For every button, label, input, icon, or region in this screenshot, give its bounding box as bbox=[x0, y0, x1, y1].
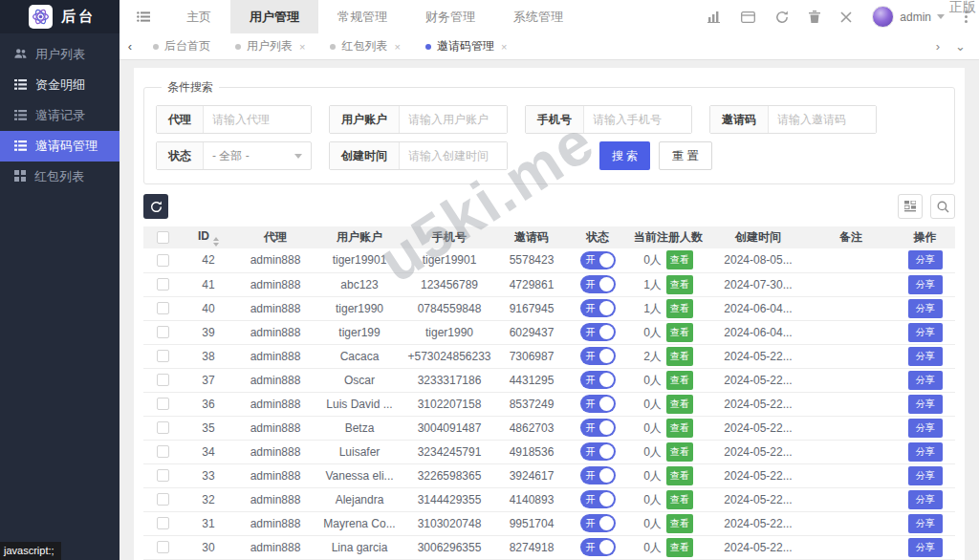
status-toggle[interactable]: 开 bbox=[580, 490, 616, 508]
agent-input[interactable] bbox=[204, 106, 311, 133]
share-button[interactable]: 分享 bbox=[908, 347, 943, 366]
user-menu[interactable]: admin bbox=[872, 6, 945, 28]
status-toggle[interactable]: 开 bbox=[580, 442, 616, 461]
tab-home[interactable]: 后台首页 bbox=[141, 33, 223, 59]
created-time-input[interactable] bbox=[400, 142, 507, 169]
view-registered-button[interactable]: 查看 bbox=[666, 347, 693, 366]
tabs-menu-icon[interactable]: ⌄ bbox=[955, 39, 966, 54]
status-toggle[interactable]: 开 bbox=[580, 251, 616, 269]
view-registered-button[interactable]: 查看 bbox=[666, 250, 693, 269]
cell-registered: 0人查看 bbox=[627, 511, 709, 535]
share-button[interactable]: 分享 bbox=[908, 371, 943, 390]
sidebar-collapse-icon[interactable] bbox=[120, 11, 167, 22]
sidebar-item-fund-detail[interactable]: 资金明细 bbox=[0, 70, 120, 100]
refresh-table-button[interactable] bbox=[143, 194, 168, 219]
view-registered-button[interactable]: 查看 bbox=[666, 323, 693, 342]
cell-created: 2024-06-04... bbox=[709, 296, 807, 320]
row-checkbox[interactable] bbox=[157, 493, 169, 506]
share-button[interactable]: 分享 bbox=[908, 490, 943, 509]
row-checkbox[interactable] bbox=[157, 517, 169, 529]
sidebar-item-user-list[interactable]: 用户列表 bbox=[0, 39, 120, 70]
view-registered-button[interactable]: 查看 bbox=[666, 299, 693, 318]
row-checkbox[interactable] bbox=[157, 278, 169, 291]
view-registered-button[interactable]: 查看 bbox=[666, 395, 693, 414]
share-button[interactable]: 分享 bbox=[908, 419, 943, 438]
phone-input[interactable] bbox=[584, 106, 691, 133]
nav-finance-management[interactable]: 财务管理 bbox=[406, 0, 494, 33]
status-toggle[interactable]: 开 bbox=[580, 538, 616, 556]
tab-close-icon[interactable]: × bbox=[299, 41, 305, 53]
row-checkbox[interactable] bbox=[157, 374, 169, 386]
card-icon[interactable] bbox=[741, 11, 755, 23]
status-toggle[interactable]: 开 bbox=[580, 514, 616, 532]
row-checkbox[interactable] bbox=[157, 254, 169, 267]
row-checkbox[interactable] bbox=[157, 302, 169, 314]
view-registered-button[interactable]: 查看 bbox=[666, 419, 693, 438]
status-select[interactable]: - 全部 - bbox=[204, 142, 311, 169]
tab-redpacket-list[interactable]: 红包列表 × bbox=[317, 33, 412, 59]
trash-icon[interactable] bbox=[809, 11, 820, 23]
row-checkbox[interactable] bbox=[157, 421, 169, 434]
columns-icon[interactable] bbox=[898, 194, 923, 219]
share-button[interactable]: 分享 bbox=[908, 514, 943, 533]
search-icon[interactable] bbox=[930, 194, 955, 219]
status-toggle[interactable]: 开 bbox=[580, 347, 616, 365]
share-button[interactable]: 分享 bbox=[908, 395, 943, 414]
refresh-icon[interactable] bbox=[775, 11, 789, 24]
status-toggle[interactable]: 开 bbox=[580, 419, 616, 437]
status-toggle[interactable]: 开 bbox=[580, 323, 616, 341]
view-registered-button[interactable]: 查看 bbox=[666, 466, 693, 485]
sort-icon[interactable] bbox=[213, 237, 219, 247]
share-button[interactable]: 分享 bbox=[908, 466, 943, 485]
status-toggle[interactable]: 开 bbox=[580, 395, 616, 413]
search-button[interactable]: 搜 索 bbox=[599, 141, 650, 170]
row-checkbox[interactable] bbox=[157, 398, 169, 410]
row-checkbox[interactable] bbox=[157, 326, 169, 338]
view-registered-button[interactable]: 查看 bbox=[666, 371, 693, 390]
share-button[interactable]: 分享 bbox=[908, 538, 943, 557]
nav-system-management[interactable]: 系统管理 bbox=[494, 0, 582, 33]
row-checkbox[interactable] bbox=[157, 469, 169, 482]
row-checkbox[interactable] bbox=[157, 350, 169, 362]
view-registered-button[interactable]: 查看 bbox=[666, 442, 693, 462]
row-checkbox[interactable] bbox=[157, 541, 169, 553]
view-registered-button[interactable]: 查看 bbox=[666, 514, 693, 533]
chart-icon[interactable] bbox=[707, 11, 721, 23]
tabs-scroll-right-icon[interactable]: › bbox=[936, 39, 940, 54]
account-input[interactable] bbox=[400, 106, 507, 133]
tabs-scroll-left-icon[interactable]: ‹ bbox=[120, 39, 141, 54]
view-registered-button[interactable]: 查看 bbox=[666, 490, 693, 509]
sidebar-item-invite-records[interactable]: 邀请记录 bbox=[0, 100, 120, 131]
reset-button[interactable]: 重 置 bbox=[659, 141, 711, 170]
share-button[interactable]: 分享 bbox=[908, 250, 943, 269]
view-registered-button[interactable]: 查看 bbox=[666, 538, 693, 557]
share-button[interactable]: 分享 bbox=[908, 323, 943, 342]
status-toggle[interactable]: 开 bbox=[580, 299, 616, 317]
tab-user-list[interactable]: 用户列表 × bbox=[223, 33, 317, 59]
fullscreen-icon[interactable] bbox=[840, 11, 852, 23]
table-row: 31admin888Mayrena Co...31030207489951704… bbox=[143, 511, 955, 535]
sidebar-nav: 用户列表 资金明细 邀请记录 邀请码管理 bbox=[0, 33, 120, 192]
sidebar-item-redpacket-list[interactable]: 红包列表 bbox=[0, 162, 120, 192]
agent-field-group: 代理 bbox=[156, 105, 312, 134]
nav-general-management[interactable]: 常规管理 bbox=[318, 0, 406, 33]
view-registered-button[interactable]: 查看 bbox=[666, 275, 693, 294]
tab-close-icon[interactable]: × bbox=[501, 41, 507, 53]
share-button[interactable]: 分享 bbox=[908, 299, 943, 318]
share-button[interactable]: 分享 bbox=[908, 275, 943, 294]
sidebar-item-invite-codes[interactable]: 邀请码管理 bbox=[0, 131, 120, 162]
chevron-down-icon bbox=[937, 14, 945, 19]
code-input[interactable] bbox=[769, 106, 876, 133]
tab-close-icon[interactable]: × bbox=[394, 41, 400, 53]
share-button[interactable]: 分享 bbox=[908, 442, 943, 462]
nav-user-management[interactable]: 用户管理 bbox=[230, 0, 318, 33]
select-all-checkbox[interactable] bbox=[157, 231, 169, 244]
toggle-knob bbox=[599, 420, 614, 435]
tab-invite-codes[interactable]: 邀请码管理 × bbox=[413, 33, 519, 59]
status-toggle[interactable]: 开 bbox=[580, 466, 616, 485]
status-toggle[interactable]: 开 bbox=[580, 275, 616, 293]
status-bar-link-hint: javascript:; bbox=[0, 542, 61, 560]
nav-home[interactable]: 主页 bbox=[167, 0, 230, 33]
status-toggle[interactable]: 开 bbox=[580, 371, 616, 389]
row-checkbox[interactable] bbox=[157, 445, 169, 458]
